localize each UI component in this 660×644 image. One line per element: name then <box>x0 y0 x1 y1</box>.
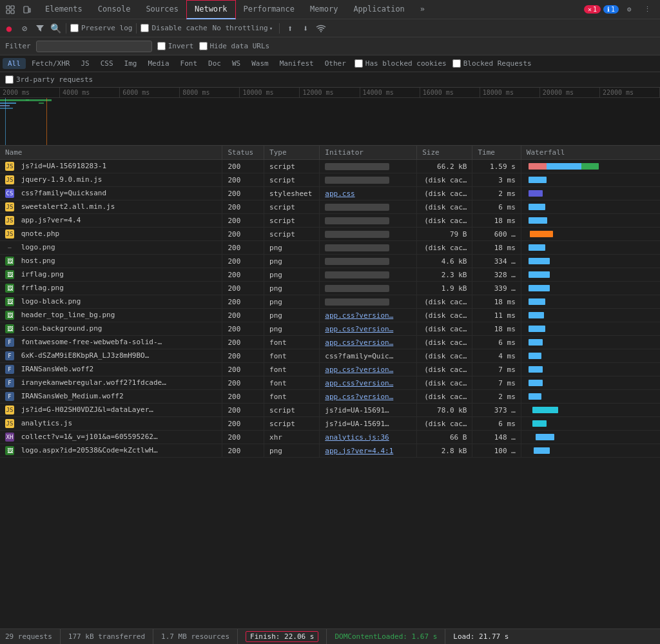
status-load: Load: 21.77 s <box>445 629 516 644</box>
type-btn-media[interactable]: Media <box>142 58 174 69</box>
table-row[interactable]: CS css?family=Quicksand 200 stylesheet a… <box>0 187 660 200</box>
device-icon[interactable] <box>19 2 35 17</box>
table-row[interactable]: JS sweetalert2.all.min.js 200 script (di… <box>0 200 660 214</box>
filter-button[interactable] <box>34 22 46 35</box>
table-row[interactable]: 🖼 host.png 200 png 4.6 kB 334 … <box>0 255 660 268</box>
initiator-link[interactable]: app.css?version… <box>325 311 393 320</box>
table-row[interactable]: F IRANSansWeb.woff2 200 font app.css?ver… <box>0 363 660 376</box>
table-row[interactable]: 🖼 logo-black.png 200 png (disk cac… 18 m… <box>0 295 660 309</box>
table-row[interactable]: 🖼 irflag.png 200 png 2.3 kB 328 … <box>0 268 660 282</box>
throttle-select[interactable]: No throttling ▾ <box>210 24 276 32</box>
table-row[interactable]: JS qnote.php 200 script 79 B 600 … <box>0 228 660 241</box>
col-header-status[interactable]: Status <box>222 146 264 160</box>
file-name: frflag.png <box>21 284 64 292</box>
third-party-label[interactable]: 3rd-party requests <box>5 75 93 84</box>
cell-size: (disk cac… <box>417 322 472 336</box>
filter-bar: Filter Invert Hide data URLs <box>0 37 660 55</box>
type-btn-img[interactable]: Img <box>119 58 142 69</box>
table-row[interactable]: JS js?id=UA-156918283-1 200 script 66.2 … <box>0 160 660 173</box>
type-btn-css[interactable]: CSS <box>95 58 119 69</box>
type-btn-js[interactable]: JS <box>75 58 94 69</box>
record-button[interactable]: ● <box>3 22 15 35</box>
tab-console[interactable]: Console <box>90 0 139 19</box>
table-row[interactable]: JS app.js?ver=4.4 200 script (disk cac… … <box>0 214 660 228</box>
tab-application[interactable]: Application <box>345 0 412 19</box>
table-container[interactable]: Name Status Type Initiator Size Time Wat… <box>0 146 660 629</box>
import-icon[interactable]: ⬆ <box>284 22 296 35</box>
type-btn-all[interactable]: All <box>3 58 26 69</box>
info-badge[interactable]: ℹ 1 <box>603 5 619 14</box>
type-btn-manifest[interactable]: Manifest <box>275 58 319 69</box>
type-btn-other[interactable]: Other <box>320 58 351 69</box>
tab-elements[interactable]: Elements <box>37 0 90 19</box>
disable-cache-checkbox[interactable] <box>141 24 149 32</box>
tab-more[interactable]: » <box>412 0 432 19</box>
search-button[interactable]: 🔍 <box>49 22 62 35</box>
table-row[interactable]: F fontawesome-free-webwebfa-solid-… 200 … <box>0 336 660 349</box>
blocked-requests-checkbox[interactable] <box>452 59 461 68</box>
disable-cache-label[interactable]: Disable cache <box>141 24 207 32</box>
initiator-link[interactable]: app.css?version… <box>325 325 393 333</box>
initiator-link[interactable]: app.css?version… <box>325 393 393 401</box>
table-row[interactable]: JS analytics.js 200 script js?id=UA-1569… <box>0 417 660 431</box>
cell-size: 4.6 kB <box>417 255 472 268</box>
table-row[interactable]: F IRANSansWeb_Medium.woff2 200 font app.… <box>0 390 660 404</box>
col-header-waterfall[interactable]: Waterfall <box>521 146 660 160</box>
initiator-link[interactable]: app.css?version… <box>325 338 393 347</box>
third-party-checkbox[interactable] <box>5 75 14 84</box>
has-blocked-cookies-checkbox[interactable] <box>354 59 363 68</box>
export-icon[interactable]: ⬇ <box>299 22 312 35</box>
cell-type: xhr <box>264 431 320 444</box>
error-badge[interactable]: ✕ 1 <box>584 5 601 14</box>
cell-initiator: js?id=UA-15691… <box>320 417 417 431</box>
col-header-time[interactable]: Time <box>472 146 521 160</box>
tab-sources[interactable]: Sources <box>138 0 186 19</box>
invert-checkbox[interactable] <box>157 42 166 50</box>
hide-data-urls-label[interactable]: Hide data URLs <box>199 42 270 50</box>
table-row[interactable]: 🖼 header_top_line_bg.png 200 png app.css… <box>0 309 660 322</box>
initiator-link[interactable]: app.css?version… <box>325 379 393 387</box>
table-row[interactable]: 🖼 icon-background.png 200 png app.css?ve… <box>0 322 660 336</box>
type-btn-doc[interactable]: Doc <box>203 58 226 69</box>
table-row[interactable]: JS jquery-1.9.0.min.js 200 script (disk … <box>0 173 660 187</box>
type-btn-fetch-xhr[interactable]: Fetch/XHR <box>26 58 75 69</box>
tab-performance[interactable]: Performance <box>236 0 302 19</box>
table-row[interactable]: F iranyekanwebregular.woff2?1fdcade… 200… <box>0 376 660 390</box>
settings-icon[interactable]: ⚙ <box>621 2 637 17</box>
hide-data-urls-checkbox[interactable] <box>199 42 208 50</box>
type-btn-font[interactable]: Font <box>175 58 203 69</box>
col-header-name[interactable]: Name <box>0 146 222 160</box>
col-header-size[interactable]: Size <box>417 146 472 160</box>
initiator-link[interactable]: app.js?ver=4.4:1 <box>325 447 393 455</box>
filter-input[interactable] <box>36 41 152 52</box>
col-header-initiator[interactable]: Initiator <box>320 146 417 160</box>
more-options-icon[interactable]: ⋮ <box>639 2 655 17</box>
inspect-icon[interactable] <box>3 2 18 17</box>
file-name: irflag.png <box>21 270 64 278</box>
table-row[interactable]: 🖼 frflag.png 200 png 1.9 kB 339 … <box>0 282 660 295</box>
preserve-log-label[interactable]: Preserve log <box>70 24 132 32</box>
table-row[interactable]: — logo.png 200 png (disk cac… 18 ms <box>0 241 660 255</box>
tab-memory[interactable]: Memory <box>302 0 345 19</box>
table-row[interactable]: JS js?id=G-H02SH0VDZJ&l=dataLayer… 200 s… <box>0 404 660 417</box>
table-row[interactable]: 🖼 logo.aspx?id=20538&Code=kZctlwH… 200 p… <box>0 444 660 458</box>
tab-network[interactable]: Network <box>186 0 236 19</box>
preserve-log-checkbox[interactable] <box>70 24 79 32</box>
initiator-link[interactable]: app.css <box>325 190 354 198</box>
type-btn-wasm[interactable]: Wasm <box>246 58 274 69</box>
stop-button[interactable]: ⊘ <box>18 22 31 35</box>
initiator-link[interactable]: app.css?version… <box>325 366 393 374</box>
cell-size: (disk cac… <box>417 349 472 363</box>
tick-5: 12000 ms <box>300 88 360 97</box>
cell-initiator <box>320 255 417 268</box>
table-row[interactable]: XH collect?v=1&_v=j101&a=605595262… 200 … <box>0 431 660 444</box>
table-row[interactable]: F 6xK-dSZaM9iE8KbpRA_LJ3z8mH9BO… 200 fon… <box>0 349 660 363</box>
has-blocked-cookies-label[interactable]: Has blocked cookies <box>352 59 449 68</box>
blocked-requests-label[interactable]: Blocked Requests <box>450 59 534 68</box>
initiator-link[interactable]: analytics.js:36 <box>325 433 389 442</box>
file-name: app.js?ver=4.4 <box>21 216 81 224</box>
type-btn-ws[interactable]: WS <box>227 58 246 69</box>
col-header-type[interactable]: Type <box>264 146 320 160</box>
invert-label[interactable]: Invert <box>157 42 194 50</box>
divider-1 <box>66 23 66 34</box>
